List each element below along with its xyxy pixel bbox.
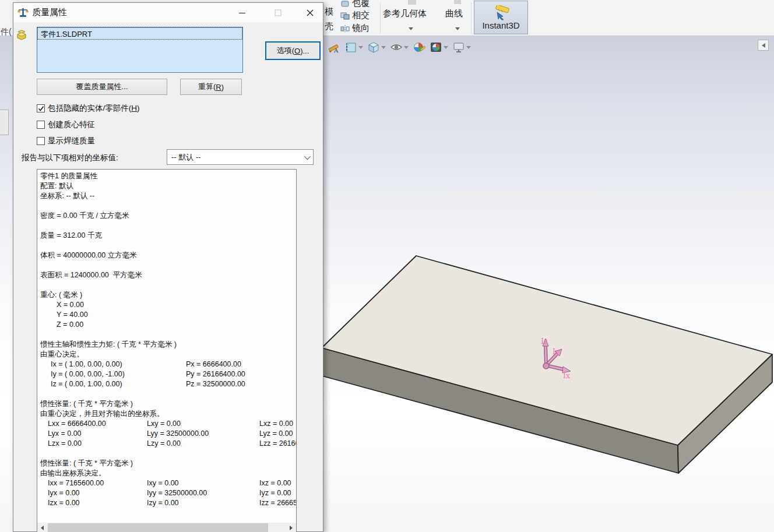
clipped-menu-text: 件( [1, 27, 12, 37]
checkbox-show-weld-mass[interactable]: 显示焊缝质量 [37, 136, 95, 146]
instant3d-label: Instant3D [482, 20, 519, 30]
instant3d-button[interactable]: Instant3D [474, 1, 528, 34]
clipped-icon-fragment [454, 0, 461, 4]
checkbox-label: 包括隐藏的实体/零部件(H) [48, 103, 140, 114]
report-tensor2-header: 惯性张量: ( 千克 * 平方毫米 ) 由输出座标系决定。 [40, 459, 296, 478]
mirror-label: 镜向 [352, 23, 370, 34]
recalc-label-suffix: ) [221, 83, 224, 91]
report-principal-row: Iz = ( 0.00, 1.00, 0.00)Pz = 32500000.00 [40, 379, 296, 389]
checkbox-icon [37, 121, 45, 129]
background-left-strip: 件( [0, 21, 13, 532]
report-tensor-row: Iyx = 0.00Iyy = 32500000.00Iyz = 0.00 [40, 488, 296, 498]
report-coordinate-label: 报告与以下项相对的坐标值: [22, 153, 118, 163]
options-button[interactable]: 选项(O)... [265, 41, 321, 60]
triad-label-ix: Ix [563, 371, 570, 380]
report-tensor-row: Lyx = 0.00Lyy = 32500000.00Lyz = 0.00 [40, 429, 296, 439]
intersect-button[interactable]: 相交 [340, 10, 370, 21]
dialog-titlebar[interactable]: 质量属性 [13, 3, 323, 22]
report-principal-row: Iy = ( 0.00, 0.00, -1.00)Py = 26166400.0… [40, 369, 296, 379]
minimize-icon [239, 10, 245, 16]
options-accesskey: O [294, 47, 300, 55]
maximize-icon [275, 9, 282, 16]
options-label: 选项( [277, 45, 294, 56]
maximize-button[interactable] [268, 6, 288, 19]
report-centroid-y: Y = 40.00 [40, 310, 296, 320]
options-label-suffix: )... [300, 47, 309, 55]
recalculate-button[interactable]: 重算(R) [180, 79, 242, 95]
checkbox-create-com-feature[interactable]: 创建质心特征 [37, 119, 95, 130]
clipped-panel-fragment [0, 110, 9, 135]
report-centroid-header: 重心: ( 毫米 ) [40, 290, 296, 300]
wrap-label: 包覆 [352, 0, 370, 9]
mass-properties-dialog: 质量属性 零件1.SLDPRT 选项(O)... 覆盖质量属性... 重算(R)… [13, 2, 323, 532]
toolbar-separator [380, 2, 381, 34]
reference-geometry-caret-icon[interactable] [409, 27, 413, 30]
curves-caret-icon[interactable] [455, 27, 460, 30]
intersect-label: 相交 [352, 10, 370, 21]
dialog-title: 质量属性 [32, 7, 67, 18]
toolbar-partial-shell-label[interactable]: 壳 [325, 21, 333, 32]
wrap-button[interactable]: 包覆 [340, 0, 370, 9]
checkbox-label: 创建质心特征 [48, 119, 95, 130]
report-principal-row: Ix = ( 1.00, 0.00, 0.00)Px = 6666400.00 [40, 360, 296, 369]
report-centroid-x: X = 0.00 [40, 300, 296, 310]
report-tensor-row: Lzx = 0.00Lzy = 0.00Lzz = 26166400.00 [40, 439, 296, 449]
mass-properties-scale-icon [17, 7, 29, 18]
report-header: 零件1 的质量属性 配置: 默认 坐标系: -- 默认 -- [40, 171, 296, 201]
close-button[interactable] [300, 6, 320, 19]
checkbox-include-hidden[interactable]: 包括隐藏的实体/零部件(H) [37, 103, 140, 114]
recalc-accesskey: R [216, 83, 221, 91]
scroll-left-arrow[interactable] [37, 523, 47, 532]
toolbar-separator [471, 2, 472, 34]
intersect-icon [340, 12, 350, 20]
toolbar-partial-draft-label[interactable]: 模 [325, 6, 333, 17]
wrap-icon [340, 0, 350, 8]
override-mass-properties-button[interactable]: 覆盖质量属性... [37, 79, 167, 95]
report-mass: 质量 = 312.00 千克 [40, 231, 296, 241]
triad-label-iz: Iz [541, 337, 548, 346]
recalc-label: 重算( [198, 82, 216, 92]
report-tensor-row: Ixx = 7165600.00Ixy = 0.00Ixz = 0.00 [40, 478, 296, 488]
mass-properties-report[interactable]: 零件1 的质量属性 配置: 默认 坐标系: -- 默认 -- 密度 = 0.00… [37, 169, 297, 532]
report-volume: 体积 = 40000000.00 立方毫米 [40, 251, 296, 260]
scroll-right-arrow[interactable] [286, 523, 296, 532]
coordinate-system-dropdown[interactable]: -- 默认 -- [167, 149, 314, 165]
report-centroid-z: Z = 0.00 [40, 320, 296, 330]
minimize-button[interactable] [232, 6, 252, 19]
document-list[interactable]: 零件1.SLDPRT [37, 27, 243, 73]
report-surface-area: 表面积 = 1240000.00 平方毫米 [40, 270, 296, 280]
checkbox-icon [37, 137, 45, 145]
curves-button[interactable]: 曲线 [445, 8, 463, 19]
report-principal-header: 惯性主轴和惯性主力矩: ( 千克 * 平方毫米 ) 由重心决定。 [40, 340, 296, 360]
checkbox-label: 显示焊缝质量 [48, 136, 95, 146]
checkbox-icon [37, 104, 45, 112]
mirror-icon [340, 24, 350, 33]
report-tensor-row: Lxx = 6666400.00Lxy = 0.00Lxz = 0.00 [40, 419, 296, 429]
scrollbar-thumb[interactable] [48, 523, 268, 532]
instant3d-icon [491, 5, 511, 20]
close-icon [307, 9, 314, 16]
reference-geometry-button[interactable]: 参考几何体 [383, 8, 427, 19]
part-document-icon [16, 30, 29, 40]
mirror-button[interactable]: 镜向 [340, 23, 370, 34]
clipped-icon-fragment [408, 0, 416, 5]
report-tensor-row: Izx = 0.00Izy = 0.00Izz = 26665600.00 [40, 498, 296, 508]
report-tensor1-header: 惯性张量: ( 千克 * 平方毫米 ) 由重心决定，并且对齐输出的坐标系。 [40, 399, 296, 419]
report-horizontal-scrollbar[interactable] [37, 523, 297, 532]
dropdown-arrow-icon [300, 155, 313, 160]
list-item[interactable]: 零件1.SLDPRT [37, 27, 242, 40]
dropdown-value: -- 默认 -- [167, 152, 300, 163]
report-density: 密度 = 0.00 千克 / 立方毫米 [40, 211, 296, 221]
triad-label-iy: Iy [553, 347, 560, 356]
